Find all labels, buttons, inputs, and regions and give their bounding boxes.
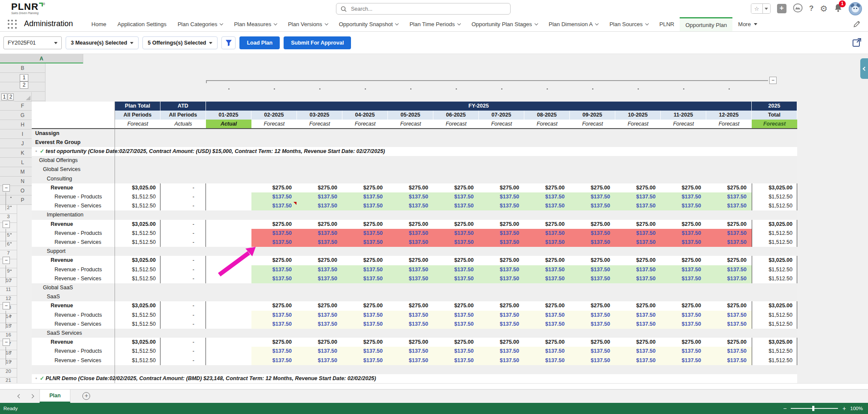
cell-B18[interactable] [115,247,160,256]
cell-O13[interactable]: $137.50 [706,201,752,210]
cell-P23[interactable] [752,292,797,301]
cell-J12[interactable]: $137.50 [479,192,524,201]
cell-N16[interactable]: $137.50 [661,229,706,238]
zoom-in-icon[interactable]: + [842,405,846,411]
cell-N28[interactable]: $275.00 [661,338,706,347]
cell-C3-all-periods[interactable]: All Periods [160,111,206,120]
row-header-15[interactable]: 15 [0,323,17,332]
cell-P24[interactable]: $3,025.00 [752,301,797,311]
cell-M7[interactable] [615,147,661,156]
cell-K6[interactable] [524,138,570,147]
outline-level-button-1[interactable]: 1 [20,74,28,81]
cell-O7[interactable] [706,147,752,156]
cell-J13[interactable]: $137.50 [479,201,524,210]
cell-M12[interactable]: $137.50 [615,192,661,201]
cell-P25[interactable]: $1,512.50 [752,311,797,320]
cell-G30[interactable]: $137.50 [342,356,388,365]
cell-H30[interactable]: $137.50 [388,356,433,365]
cell-I6[interactable] [433,138,479,147]
cell-B26[interactable]: $1,512.50 [115,320,160,329]
cell-F14[interactable] [297,210,342,220]
cell-forecast-N4[interactable]: Forecast [661,120,706,129]
cell-J16[interactable]: $137.50 [479,229,524,238]
cell-O19[interactable]: $275.00 [706,256,752,265]
cell-K5[interactable] [524,129,570,138]
cell-C23[interactable] [160,292,206,301]
cell-O30[interactable]: $137.50 [706,356,752,365]
row-label-31[interactable] [32,365,115,374]
cell-N8[interactable] [661,156,706,165]
cell-P32[interactable] [752,374,797,383]
cell-month-09-2025[interactable]: 09-2025 [570,111,615,120]
cell-B14[interactable] [115,210,160,220]
cell-N6[interactable] [661,138,706,147]
cell-B28[interactable]: $3,025.00 [115,338,160,347]
cell-K13[interactable]: $137.50 [524,201,570,210]
cell-L18[interactable] [570,247,615,256]
cell-I29[interactable]: $137.50 [433,347,479,356]
cell-I16[interactable]: $137.50 [433,229,479,238]
cell-C27[interactable] [160,329,206,338]
cell-M23[interactable] [615,292,661,301]
cell-B3-all-periods[interactable]: All Periods [115,111,160,120]
cell-J31[interactable] [479,365,524,374]
cell-B8[interactable] [115,156,160,165]
cell-F8[interactable] [297,156,342,165]
cell-D16[interactable] [206,229,251,238]
cell-N27[interactable] [661,329,706,338]
cell-I12[interactable]: $137.50 [433,192,479,201]
cell-K17[interactable]: $137.50 [524,238,570,247]
cell-F24[interactable]: $275.00 [297,301,342,311]
cell-L8[interactable] [570,156,615,165]
cell-K24[interactable]: $275.00 [524,301,570,311]
opportunity-row-label[interactable]: ●✓test opportunity (Close Date:02/27/202… [32,147,115,156]
nav-tab-plan-time-periods[interactable]: Plan Time Periods [404,17,466,31]
cell-E29[interactable]: $137.50 [251,347,297,356]
cell-month-02-2025[interactable]: 02-2025 [251,111,297,120]
cell-K16[interactable]: $137.50 [524,229,570,238]
cell-N15[interactable]: $275.00 [661,220,706,229]
open-in-new-window-icon[interactable] [852,37,862,49]
cell-C5[interactable] [160,129,206,138]
cell-M22[interactable] [615,283,661,292]
cell-H24[interactable]: $275.00 [388,301,433,311]
cell-H11[interactable]: $275.00 [388,183,433,192]
cell-P18[interactable] [752,247,797,256]
row-outline-level-button-1[interactable]: 1 [1,93,7,100]
row-label-13[interactable]: Revenue - Services [32,201,115,210]
cell-M27[interactable] [615,329,661,338]
nav-tab-plnr[interactable]: PLNR [654,17,680,31]
cell-L21[interactable]: $137.50 [570,274,615,283]
cell-H25[interactable]: $137.50 [388,311,433,320]
cell-O17[interactable]: $137.50 [706,238,752,247]
cell-K18[interactable] [524,247,570,256]
row-label-30[interactable]: Revenue - Services [32,356,115,365]
cell-F13[interactable]: $137.50 [297,201,342,210]
cell-D23[interactable] [206,292,251,301]
cell-J11[interactable]: $275.00 [479,183,524,192]
row-label-28[interactable]: Revenue [32,338,115,347]
cell-H21[interactable]: $137.50 [388,274,433,283]
cell-I7[interactable] [433,147,479,156]
zoom-slider[interactable] [791,408,838,409]
setup-gear-icon[interactable]: ⚙ [820,4,828,13]
cell-B20[interactable]: $1,512.50 [115,265,160,274]
cell-J22[interactable] [479,283,524,292]
cell-H19[interactable]: $275.00 [388,256,433,265]
cell-M9[interactable] [615,165,661,174]
cell-month-07-2025[interactable]: 07-2025 [479,111,524,120]
row-label-21[interactable]: Revenue - Services [32,274,115,283]
cell-C9[interactable] [160,165,206,174]
cell-month-08-2025[interactable]: 08-2025 [524,111,570,120]
cell-K22[interactable] [524,283,570,292]
cell-B11[interactable]: $3,025.00 [115,183,160,192]
cell-P9[interactable] [752,165,797,174]
cell-forecast-E4[interactable]: Forecast [251,120,297,129]
cell-L27[interactable] [570,329,615,338]
cell-F19[interactable]: $275.00 [297,256,342,265]
cell-K29[interactable]: $137.50 [524,347,570,356]
row-outline-level-button-2[interactable]: 2 [8,93,14,100]
cell-G21[interactable]: $137.50 [342,274,388,283]
cell-E28[interactable]: $275.00 [251,338,297,347]
cell-E15[interactable]: $275.00 [251,220,297,229]
